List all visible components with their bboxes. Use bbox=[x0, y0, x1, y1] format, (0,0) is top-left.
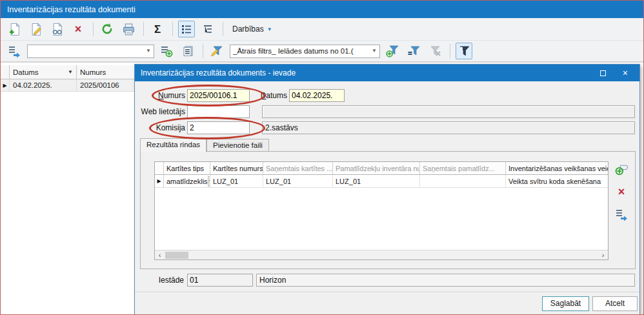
grid-header-kartites-tips[interactable]: Kartītes tips bbox=[164, 162, 210, 174]
refresh-icon[interactable] bbox=[99, 21, 116, 37]
toolbar-separator bbox=[143, 22, 144, 36]
maximize-icon[interactable] bbox=[600, 70, 606, 76]
tree-view-icon[interactable] bbox=[199, 21, 216, 37]
main-toolbar: × Σ bbox=[1, 18, 643, 41]
edit-document-icon[interactable] bbox=[27, 21, 44, 37]
print-icon[interactable] bbox=[120, 21, 137, 37]
chevron-down-icon: ▼ bbox=[267, 26, 272, 32]
delete-icon[interactable]: × bbox=[70, 21, 86, 37]
dialog-titlebar: Inventarizācijas rezultāta dokuments - i… bbox=[135, 65, 639, 81]
grid-header-sanemtais-kartites[interactable]: Saņemtais kartītes ... bbox=[263, 162, 333, 174]
quick-filter-combobox[interactable]: _Ātrais filtrs_ Ielādes datums no 01.( ▼ bbox=[230, 45, 380, 58]
numurs-input[interactable] bbox=[187, 89, 250, 102]
view-document-icon[interactable] bbox=[48, 21, 65, 37]
numurs-label: Numurs bbox=[146, 89, 185, 102]
grid-header-pamatlidzeklu-inventara[interactable]: Pamatlīdzekļu inventāra nu... bbox=[333, 162, 420, 174]
header-selector-cell bbox=[1, 65, 10, 79]
current-row-marker-icon: ▶ bbox=[3, 83, 6, 88]
edit-filter-icon[interactable] bbox=[405, 43, 422, 59]
main-window-titlebar: Inventarizācijas rezultāta dokumenti bbox=[1, 1, 643, 18]
toolbar-separator bbox=[93, 22, 94, 36]
new-document-icon[interactable] bbox=[6, 21, 23, 37]
cell-datums[interactable]: 04.02.2025. bbox=[10, 79, 77, 92]
grid-header-kartites-numurs[interactable]: Kartītes numurs bbox=[210, 162, 263, 174]
current-row-marker-icon: ▶ bbox=[157, 178, 161, 184]
grid-row[interactable]: ▶ amatlīdzeklis ▼ LUZ_01 LUZ_01 LUZ_01 V… bbox=[155, 175, 608, 188]
datums-input[interactable] bbox=[289, 89, 345, 102]
dialog-footer-separator bbox=[135, 292, 639, 293]
quick-filter-value: _Ātrais filtrs_ Ielādes datums no 01.( bbox=[233, 47, 369, 55]
web-lietotajs-input[interactable] bbox=[187, 105, 250, 118]
saved-lists-icon[interactable] bbox=[179, 43, 196, 59]
toolbar-separator bbox=[203, 44, 203, 58]
quick-search-input[interactable] bbox=[30, 46, 142, 57]
list-view-icon[interactable] bbox=[178, 21, 195, 37]
dialog-title: Inventarizācijas rezultāta dokuments - i… bbox=[141, 68, 296, 77]
close-icon[interactable]: × bbox=[623, 68, 628, 77]
toolbar-separator bbox=[223, 22, 223, 36]
grid-header-sanemtais-pamatlidz[interactable]: Saņemtais pamatlīdz... bbox=[420, 162, 506, 174]
komisija-input[interactable] bbox=[187, 121, 250, 134]
toolbar-separator bbox=[450, 44, 450, 58]
chevron-down-icon: ▼ bbox=[146, 48, 151, 54]
delete-row-icon[interactable]: × bbox=[613, 183, 630, 200]
darbibas-menu-button[interactable]: Darbības ▼ bbox=[228, 22, 276, 36]
grid-action-buttons: × bbox=[614, 161, 629, 229]
filter-toolbar: ▼ _Ātrais filtrs_ Ielādes datums no bbox=[1, 41, 643, 62]
tab-panel-rezultata-rindas: Kartītes tips Kartītes numurs Saņemtais … bbox=[140, 151, 636, 269]
dialog-inventarizacijas-rezultata-dokuments: Inventarizācijas rezultāta dokuments - i… bbox=[134, 64, 640, 315]
komisija-detail: 2.sastāvs bbox=[262, 121, 635, 134]
web-lietotajs-detail bbox=[262, 105, 635, 118]
save-button[interactable]: Saglabāt bbox=[542, 296, 589, 311]
user-filter-icon[interactable] bbox=[456, 43, 472, 59]
grid-cell-sanemtais-pamatlidz[interactable] bbox=[420, 175, 506, 187]
main-window-title: Inventarizācijas rezultāta dokumenti bbox=[7, 5, 136, 14]
quick-select-icon[interactable] bbox=[6, 43, 23, 59]
iestade-label: Iestāde bbox=[154, 274, 184, 287]
scroll-left-icon[interactable]: ‹ bbox=[155, 251, 165, 259]
grid-cell-inventarizesanas-veids[interactable]: Veikta svītru koda skenēšana bbox=[506, 175, 608, 187]
grid-horizontal-scrollbar[interactable]: ‹ › bbox=[155, 250, 608, 259]
row-list-icon[interactable] bbox=[613, 206, 630, 223]
cancel-button[interactable]: Atcelt bbox=[592, 296, 638, 311]
add-filter-icon[interactable] bbox=[384, 43, 401, 59]
toolbar-separator bbox=[172, 22, 173, 36]
iestade-detail: Horizon bbox=[256, 274, 635, 287]
dialog-tabs: Rezultāta rindas Pievienotie faili bbox=[140, 137, 269, 152]
filter-icon[interactable] bbox=[208, 43, 225, 59]
add-to-list-icon[interactable] bbox=[158, 43, 175, 59]
clear-filter-icon[interactable] bbox=[427, 43, 443, 59]
add-row-icon[interactable] bbox=[613, 161, 630, 178]
quick-search-combobox[interactable]: ▼ bbox=[27, 45, 154, 58]
scroll-right-icon[interactable]: › bbox=[598, 251, 608, 259]
darbibas-menu-label: Darbības bbox=[232, 25, 264, 34]
column-header-datums[interactable]: Datums ▼ bbox=[10, 65, 77, 79]
row-selector-cell: ▶ bbox=[1, 79, 10, 92]
grid-cell-kartites-tips[interactable]: amatlīdzeklis ▼ bbox=[164, 175, 210, 187]
web-lietotajs-label: Web lietotājs bbox=[140, 105, 185, 118]
grid-header-row: Kartītes tips Kartītes numurs Saņemtais … bbox=[155, 162, 608, 175]
grid-cell-kartites-numurs[interactable]: LUZ_01 bbox=[210, 175, 263, 187]
scrollbar-thumb[interactable] bbox=[165, 252, 188, 259]
iestade-input[interactable] bbox=[187, 274, 253, 287]
grid-cell-pamatlidzeklu-inventara[interactable]: LUZ_01 bbox=[333, 175, 420, 187]
datums-label: Datums bbox=[259, 89, 287, 102]
grid-header-selector bbox=[155, 162, 164, 174]
result-rows-grid: Kartītes tips Kartītes numurs Saņemtais … bbox=[154, 161, 609, 260]
screenshot-root: Inventarizācijas rezultāta dokumenti bbox=[0, 0, 644, 315]
sort-desc-icon: ▼ bbox=[68, 69, 73, 75]
tab-pievienotie-faili[interactable]: Pievienotie faili bbox=[206, 139, 269, 152]
sum-icon[interactable]: Σ bbox=[149, 21, 166, 37]
grid-cell-sanemtais-kartites[interactable]: LUZ_01 bbox=[263, 175, 333, 187]
grid-header-inventarizesanas-veids[interactable]: Inventarizēšanas veikšanas veids bbox=[506, 162, 608, 174]
tab-rezultata-rindas[interactable]: Rezultāta rindas bbox=[140, 138, 206, 152]
komisija-label: Komisija bbox=[146, 121, 185, 134]
grid-row-selector: ▶ bbox=[155, 175, 164, 187]
chevron-down-icon: ▼ bbox=[372, 48, 377, 54]
